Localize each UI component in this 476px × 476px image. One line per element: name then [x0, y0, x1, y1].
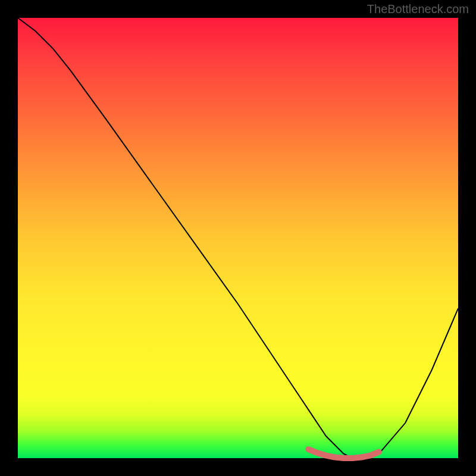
bottleneck-curve-path	[18, 18, 458, 458]
chart-svg	[18, 18, 458, 458]
chart-plot-area	[18, 18, 458, 458]
watermark-text: TheBottleneck.com	[367, 2, 469, 16]
